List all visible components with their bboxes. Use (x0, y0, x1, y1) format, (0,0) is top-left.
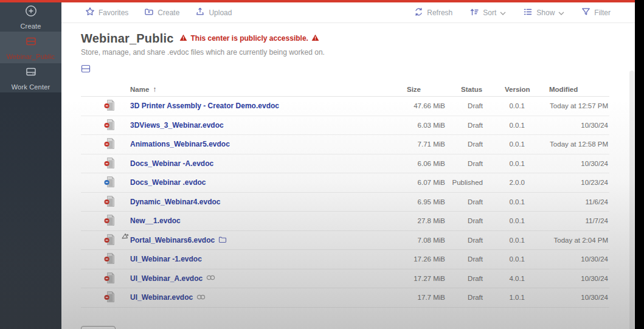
table-row[interactable]: Docs_Webinar .evdoc 6.07 MiB Published 2… (81, 173, 609, 193)
star-icon (85, 7, 95, 18)
file-name-link[interactable]: Animations_Webinar5.evdoc (130, 140, 230, 148)
file-size: 6.07 MiB (378, 179, 445, 186)
sidebar-item-label: Webinar_Public (7, 53, 55, 60)
refresh-button[interactable]: Refresh (414, 7, 452, 18)
link-icon (206, 274, 215, 282)
file-name-link[interactable]: Docs_Webinar -A.evdoc (130, 159, 213, 168)
app-window: Create Webinar_Public Work Center (0, 0, 644, 329)
evdoc-file-icon (104, 291, 116, 304)
file-version: 0.0.1 (486, 255, 525, 263)
column-header-name[interactable]: Name ↑ (130, 85, 378, 94)
file-status: Draft (445, 294, 486, 301)
evdoc-file-icon (104, 176, 116, 189)
evdoc-file-icon (104, 234, 116, 247)
file-modified: 11/7/24 (525, 217, 609, 224)
vertical-scrollbar[interactable] (629, 71, 634, 329)
file-status: Draft (445, 275, 486, 282)
upload-icon (195, 7, 205, 18)
file-table-body: 3D Printer Assembly - Creator Demo.evdoc… (81, 97, 609, 308)
mouse-cursor-icon (122, 232, 129, 241)
table-row[interactable]: Docs_Webinar -A.evdoc 6.06 MiB Draft 0.0… (81, 154, 609, 174)
file-version: 0.0.1 (486, 102, 525, 109)
file-size: 27.8 MiB (378, 217, 445, 224)
sidebar-item-create[interactable]: Create (0, 2, 61, 32)
sidebar-item-label: Work Center (12, 83, 50, 91)
file-name-link[interactable]: Docs_Webinar .evdoc (130, 178, 206, 187)
sort-button[interactable]: Sort (469, 7, 506, 18)
file-modified: 10/30/24 (525, 255, 609, 263)
file-name-link[interactable]: New__1.evdoc (130, 216, 181, 225)
warning-triangle-icon (179, 33, 187, 44)
show-button[interactable]: Show (523, 7, 564, 18)
file-version: 2.0.0 (486, 179, 525, 186)
file-modified: Today at 2:04 PM (525, 237, 609, 244)
evdoc-file-icon (104, 157, 116, 170)
file-name-link[interactable]: UI_Webinar_A.evdoc (130, 274, 203, 283)
main-panel: Favorites Create (61, 2, 635, 329)
upload-button[interactable]: Upload (195, 7, 232, 18)
column-header-status[interactable]: Status (445, 86, 486, 93)
file-version: 0.0.1 (486, 217, 525, 224)
folder-plus-icon (144, 7, 154, 18)
file-status: Published (445, 179, 486, 186)
center-card-icon (24, 35, 38, 50)
show-label: Show (536, 9, 555, 17)
evdoc-badge (105, 103, 109, 108)
evdoc-badge (105, 257, 109, 261)
column-header-size[interactable]: Size (378, 86, 445, 93)
filter-funnel-icon (581, 7, 590, 18)
table-row[interactable]: UI_Webinar.evdoc 17.7 MiB Draft 1.0.1 10… (81, 288, 609, 308)
sort-label: Sort (483, 9, 496, 17)
filter-button[interactable]: Filter (581, 7, 611, 18)
work-center-card-icon (24, 65, 38, 81)
file-name-link[interactable]: UI_Webinar -1.evdoc (130, 255, 202, 263)
sidebar-item-webinar-public[interactable]: Webinar_Public (0, 32, 61, 63)
file-version: 0.0.1 (486, 237, 525, 244)
column-header-version[interactable]: Version (486, 86, 525, 93)
create-label: Create (158, 9, 179, 17)
file-name-link[interactable]: UI_Webinar.evdoc (130, 293, 193, 302)
evdoc-badge (105, 276, 109, 281)
table-row[interactable]: Dynamic_Webinar4.evdoc 6.95 MiB Draft 0.… (81, 193, 609, 212)
center-content: Webinar_Public This center is publicly a… (61, 23, 635, 308)
file-size: 6.95 MiB (378, 198, 445, 206)
file-size: 7.08 MiB (378, 237, 445, 244)
file-table: Name ↑ Size Status Version Modified (81, 83, 609, 308)
table-row[interactable]: UI_Webinar_A.evdoc 17.27 MiB Draft 4.0.1… (81, 269, 609, 289)
file-size: 7.71 MiB (378, 140, 445, 148)
file-name-link[interactable]: Dynamic_Webinar4.evdoc (130, 198, 221, 206)
file-name-link[interactable]: 3D Printer Assembly - Creator Demo.evdoc (130, 102, 279, 110)
file-status: Draft (445, 255, 486, 263)
card-view-toggle-icon[interactable] (81, 64, 91, 73)
table-row[interactable]: Animations_Webinar5.evdoc 7.71 MiB Draft… (81, 135, 609, 154)
evdoc-file-icon (104, 272, 116, 285)
file-modified: 10/30/24 (525, 275, 609, 282)
refresh-icon (414, 7, 423, 18)
file-modified: 10/30/24 (525, 294, 609, 301)
public-access-warning: This center is publicly accessible. (179, 33, 319, 44)
file-status: Draft (445, 140, 486, 148)
table-row[interactable]: Portal_Webinars6.evdoc 7.08 MiB Draft 0.… (81, 231, 609, 251)
center-subtitle: Store, manage, and share .evdoc files wh… (81, 48, 635, 57)
table-row[interactable]: New__1.evdoc 27.8 MiB Draft 0.0.1 11/7/2… (81, 212, 609, 231)
sidebar: Create Webinar_Public Work Center (0, 2, 61, 329)
table-row[interactable]: 3D Printer Assembly - Creator Demo.evdoc… (81, 97, 609, 116)
link-icon (196, 294, 206, 302)
column-header-modified[interactable]: Modified (525, 86, 609, 93)
create-button[interactable]: Create (144, 7, 179, 18)
table-row[interactable]: UI_Webinar -1.evdoc 17.26 MiB Draft 0.0.… (81, 250, 609, 269)
sidebar-item-work-center[interactable]: Work Center (0, 63, 61, 92)
evdoc-badge (105, 199, 109, 204)
file-version: 4.0.1 (486, 275, 525, 282)
table-row[interactable]: 3DViews_3_Webinar.evdoc 6.03 MiB Draft 0… (81, 116, 609, 136)
plus-circle-icon (24, 4, 38, 20)
file-version: 0.0.1 (486, 198, 525, 206)
evdoc-file-icon (104, 99, 116, 113)
evdoc-file-icon (104, 195, 116, 209)
pagination-button[interactable] (81, 326, 116, 329)
chevron-down-icon (500, 9, 506, 17)
file-name-link[interactable]: 3DViews_3_Webinar.evdoc (130, 121, 224, 130)
file-name-link[interactable]: Portal_Webinars6.evdoc (130, 236, 215, 244)
filter-label: Filter (594, 9, 611, 17)
favorites-button[interactable]: Favorites (85, 7, 128, 18)
